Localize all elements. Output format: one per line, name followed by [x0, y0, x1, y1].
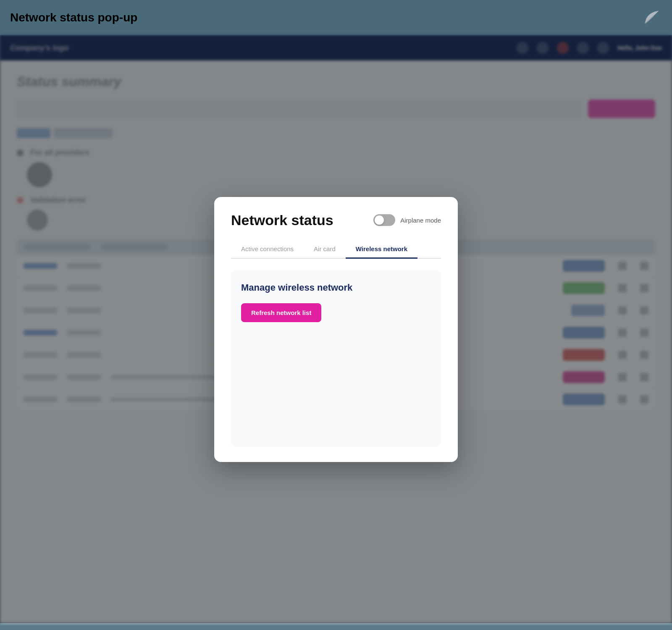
top-bar: Network status pop-up: [0, 0, 672, 35]
network-status-modal: Network status Airplane mode Active conn…: [214, 197, 458, 462]
modal-header: Network status Airplane mode: [231, 212, 441, 228]
modal-content-area: Manage wireless network Refresh network …: [231, 270, 441, 447]
tab-air-card[interactable]: Air card: [304, 240, 346, 259]
modal-overlay: Network status Airplane mode Active conn…: [0, 35, 672, 623]
modal-title: Network status: [231, 212, 333, 228]
manage-wireless-title: Manage wireless network: [241, 282, 431, 293]
leaf-logo-icon: [642, 8, 662, 28]
airplane-mode-toggle[interactable]: [373, 214, 395, 226]
page-title: Network status pop-up: [10, 11, 137, 24]
refresh-network-button[interactable]: Refresh network list: [241, 303, 321, 322]
toggle-thumb: [375, 215, 384, 225]
app-background: Company's logo Hello, John Doe Status su…: [0, 35, 672, 623]
airplane-mode-row: Airplane mode: [373, 214, 441, 226]
tab-active-connections[interactable]: Active connections: [231, 240, 304, 259]
tab-wireless-network[interactable]: Wireless network: [346, 240, 417, 259]
airplane-mode-label: Airplane mode: [400, 217, 441, 224]
modal-tabs: Active connections Air card Wireless net…: [231, 240, 441, 259]
